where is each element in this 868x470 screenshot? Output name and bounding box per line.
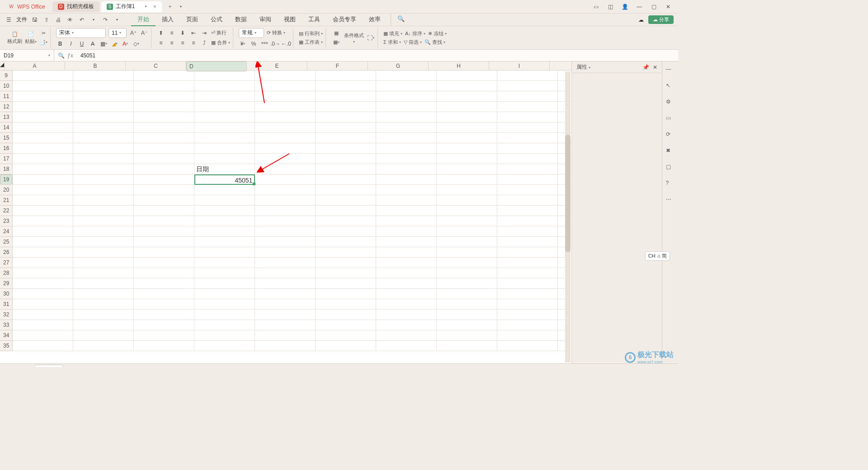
cell-F21[interactable] bbox=[316, 195, 376, 206]
cell-C30[interactable] bbox=[134, 289, 194, 299]
cell-D24[interactable] bbox=[194, 226, 255, 237]
cell-I22[interactable] bbox=[497, 206, 558, 216]
new-tab-button[interactable]: ＋ bbox=[164, 3, 176, 10]
cell-H32[interactable] bbox=[437, 310, 497, 320]
row-header-31[interactable]: 31 bbox=[0, 299, 12, 310]
cell-D19[interactable]: 45051 bbox=[194, 174, 255, 185]
menu-view[interactable]: 视图 bbox=[278, 14, 302, 26]
cell-B32[interactable] bbox=[73, 310, 134, 320]
cell-G22[interactable] bbox=[376, 206, 437, 216]
cell-E31[interactable] bbox=[255, 299, 316, 310]
new-tab-menu[interactable]: ▾ bbox=[176, 5, 185, 9]
cell-D34[interactable] bbox=[194, 330, 255, 341]
cell-G17[interactable] bbox=[376, 154, 437, 164]
cut-icon[interactable]: ✂ bbox=[39, 29, 47, 38]
row-header-10[interactable]: 10 bbox=[0, 81, 12, 91]
cell-I17[interactable] bbox=[497, 154, 558, 164]
row-header-15[interactable]: 15 bbox=[0, 133, 12, 143]
maximize-button[interactable]: ▢ bbox=[650, 4, 657, 10]
cell-I23[interactable] bbox=[497, 216, 558, 226]
col-header-I[interactable]: I bbox=[489, 61, 550, 70]
cell-H29[interactable] bbox=[437, 278, 497, 289]
align-justify-icon[interactable]: ≡ bbox=[189, 39, 198, 47]
cell-G24[interactable] bbox=[376, 226, 437, 237]
cell-A10[interactable] bbox=[13, 81, 73, 91]
cell-B26[interactable] bbox=[73, 247, 134, 258]
cell-H12[interactable] bbox=[437, 102, 497, 112]
row-header-17[interactable]: 17 bbox=[0, 154, 12, 164]
cell-H26[interactable] bbox=[437, 247, 497, 258]
cell-E27[interactable] bbox=[255, 258, 316, 268]
cell-I30[interactable] bbox=[497, 289, 558, 299]
row-header-34[interactable]: 34 bbox=[0, 330, 12, 341]
cell-B14[interactable] bbox=[73, 122, 134, 133]
row-col-button[interactable]: ▤ 行和列▾ bbox=[299, 30, 323, 37]
preview-icon[interactable]: 👁 bbox=[66, 16, 74, 24]
fill-button[interactable]: ▦ 填充▾ bbox=[383, 30, 402, 37]
cell-B31[interactable] bbox=[73, 299, 134, 310]
dec-decimal-icon[interactable]: ←.0 bbox=[282, 40, 290, 48]
menu-insert[interactable]: 插入 bbox=[156, 14, 180, 26]
orientation-icon[interactable]: ⤴ bbox=[200, 39, 208, 47]
refresh-icon[interactable]: ⟳ bbox=[666, 131, 675, 140]
cell-B16[interactable] bbox=[73, 143, 134, 154]
cell-F27[interactable] bbox=[316, 258, 376, 268]
cell-F10[interactable] bbox=[316, 81, 376, 91]
file-menu[interactable]: 文件 bbox=[16, 16, 27, 24]
cell-I34[interactable] bbox=[497, 330, 558, 341]
cell-C21[interactable] bbox=[134, 195, 194, 206]
cell-G27[interactable] bbox=[376, 258, 437, 268]
cell-F20[interactable] bbox=[316, 185, 376, 195]
cell-A31[interactable] bbox=[13, 299, 73, 310]
row-header-22[interactable]: 22 bbox=[0, 206, 12, 216]
cell-A13[interactable] bbox=[13, 112, 73, 122]
cursor-icon[interactable]: ↖ bbox=[666, 82, 675, 91]
cell-I32[interactable] bbox=[497, 310, 558, 320]
cell-D13[interactable] bbox=[194, 112, 255, 122]
cond-format-button[interactable]: 条件格式▾ bbox=[344, 32, 364, 44]
indent-inc-icon[interactable]: ⇥ bbox=[200, 29, 208, 37]
menu-page[interactable]: 页面 bbox=[180, 14, 204, 26]
cell-H11[interactable] bbox=[437, 91, 497, 102]
pin-icon[interactable]: 📌 bbox=[642, 64, 649, 70]
cell-C31[interactable] bbox=[134, 299, 194, 310]
cell-A17[interactable] bbox=[13, 154, 73, 164]
row-header-14[interactable]: 14 bbox=[0, 122, 12, 133]
cell-C11[interactable] bbox=[134, 91, 194, 102]
cell-style-icon[interactable]: ▦▾ bbox=[331, 38, 341, 47]
cell-B30[interactable] bbox=[73, 289, 134, 299]
row-header-27[interactable]: 27 bbox=[0, 258, 12, 268]
filter-button[interactable]: ▽ 筛选▾ bbox=[404, 39, 422, 46]
cell-C32[interactable] bbox=[134, 310, 194, 320]
cell-G28[interactable] bbox=[376, 268, 437, 278]
cell-D21[interactable] bbox=[194, 195, 255, 206]
export-icon[interactable]: ⇪ bbox=[42, 16, 51, 24]
cell-C17[interactable] bbox=[134, 154, 194, 164]
row-header-20[interactable]: 20 bbox=[0, 185, 12, 195]
cell-F29[interactable] bbox=[316, 278, 376, 289]
row-header-33[interactable]: 33 bbox=[0, 320, 12, 330]
cell-F31[interactable] bbox=[316, 299, 376, 310]
italic-icon[interactable]: I bbox=[67, 40, 75, 48]
cell-F18[interactable] bbox=[316, 164, 376, 174]
cell-E21[interactable] bbox=[255, 195, 316, 206]
sheet-tab[interactable]: Sheet1 bbox=[34, 365, 63, 367]
cell-E16[interactable] bbox=[255, 143, 316, 154]
sheet-nav-prev[interactable]: ◀ bbox=[13, 366, 17, 367]
find-button[interactable]: 🔍 查找▾ bbox=[425, 39, 445, 46]
cell-D33[interactable] bbox=[194, 320, 255, 330]
cell-H34[interactable] bbox=[437, 330, 497, 341]
row-header-26[interactable]: 26 bbox=[0, 247, 12, 258]
cell-F32[interactable] bbox=[316, 310, 376, 320]
print-icon[interactable]: 🖨 bbox=[54, 16, 62, 24]
share-button[interactable]: ☁ 分享 bbox=[648, 15, 674, 24]
cube-icon[interactable]: ◫ bbox=[607, 4, 614, 10]
cell-I18[interactable] bbox=[497, 164, 558, 174]
cell-F26[interactable] bbox=[316, 247, 376, 258]
cell-G18[interactable] bbox=[376, 164, 437, 174]
menu-review[interactable]: 审阅 bbox=[253, 14, 278, 26]
cell-H25[interactable] bbox=[437, 237, 497, 247]
row-header-23[interactable]: 23 bbox=[0, 216, 12, 226]
cell-G10[interactable] bbox=[376, 81, 437, 91]
cell-A15[interactable] bbox=[13, 133, 73, 143]
